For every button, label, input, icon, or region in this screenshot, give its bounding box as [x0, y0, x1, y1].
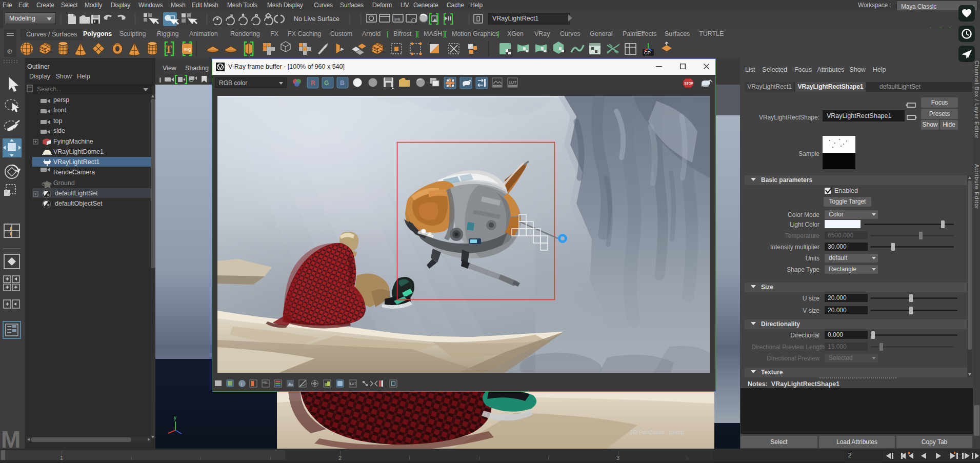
svg-text:LUT: LUT [509, 80, 516, 85]
svg-text:2D PanZoom : persp: 2D PanZoom : persp [630, 429, 684, 435]
svg-text:1: 1 [60, 455, 63, 461]
svg-text:HSL: HSL [263, 381, 268, 384]
svg-text:M: M [1, 426, 21, 449]
svg-text:IPR: IPR [394, 18, 401, 22]
svg-text:svg: svg [184, 47, 191, 52]
svg-text:STOP: STOP [685, 82, 694, 85]
svg-text:R: R [311, 79, 315, 87]
svg-text:T: T [165, 44, 172, 55]
svg-text:i: i [241, 381, 242, 387]
svg-text:LUT: LUT [350, 382, 356, 386]
svg-text:G: G [324, 79, 329, 87]
svg-text:B: B [340, 79, 345, 87]
svg-text:2: 2 [338, 455, 342, 461]
svg-text:y: y [174, 415, 176, 420]
svg-text:3: 3 [616, 455, 619, 461]
svg-text:CP: CP [644, 50, 651, 55]
